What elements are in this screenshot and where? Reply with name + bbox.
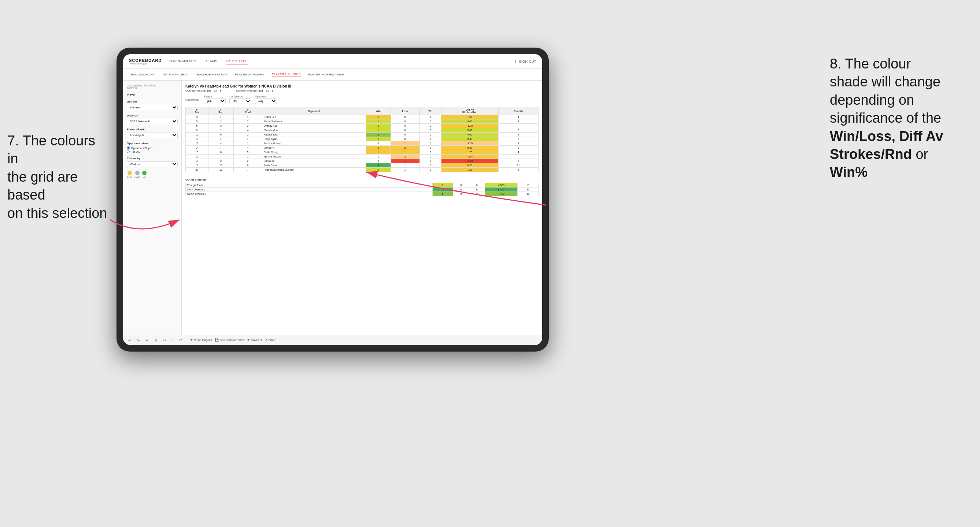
opponents-filter-label: Opponents: xyxy=(185,98,199,101)
table-row: 10 6 3 Andrea York 2 0 0 4.00 4 xyxy=(186,133,539,137)
nav-user-icon: i xyxy=(511,60,512,63)
sidebar-player-rank-label: Player (Rank) xyxy=(127,128,178,131)
colour-dot-yellow xyxy=(127,171,132,175)
sidebar-player-rank-select[interactable]: 8. Katelyn Vo xyxy=(127,133,178,138)
sidebar-radio-opponents-played-input[interactable] xyxy=(127,146,130,149)
filter-region-label: Region xyxy=(204,95,226,98)
sidebar-division-label: Division xyxy=(127,114,178,117)
colour-label-up: Up xyxy=(143,176,146,178)
nav-tournaments[interactable]: TOURNAMENTS xyxy=(169,59,196,65)
th-reg: #Reg xyxy=(208,107,233,115)
colour-item-level: Level xyxy=(134,171,140,178)
toolbar-scissors[interactable]: ✂ xyxy=(162,338,168,343)
toolbar-timer[interactable]: ⏱ xyxy=(178,338,184,343)
table-row: 13 1 1 Heejo Hyun 1 0 0 3.33 3 xyxy=(186,137,539,141)
main-content: Last Updated: 27/03/2024 16:55:38 Player… xyxy=(123,81,542,335)
sidebar-player-rank-section: Player (Rank) 8. Katelyn Vo xyxy=(127,128,178,138)
toolbar-undo[interactable]: ↩ xyxy=(127,338,133,343)
table-row: Foreign Team 1 0 0 4.500 2 xyxy=(186,183,539,187)
toolbar-redo[interactable]: ↪ xyxy=(135,338,142,343)
table-row: 18 2 2 Euna Lee 0 1 0 -5.00 2 xyxy=(186,159,539,163)
toolbar-divider1 xyxy=(187,338,187,343)
sidebar-radio-opponents-played[interactable]: Opponents Played xyxy=(127,146,178,149)
nav-committee[interactable]: COMMITTEE xyxy=(226,59,248,65)
nav-teams[interactable]: TEAMS xyxy=(205,59,218,65)
colour-label-level: Level xyxy=(134,176,140,178)
bottom-toolbar: ↩ ↪ ↩ ⊞ ✂ · ⏱ 👁 View: Original 💾 Save Cu… xyxy=(123,335,542,345)
annotation-left: 7. The colours inthe grid are basedon th… xyxy=(7,132,110,222)
sidebar-gender-label: Gender xyxy=(127,100,178,103)
share-icon: ↗ xyxy=(265,338,267,342)
toolbar-dot[interactable]: · xyxy=(171,338,175,343)
toolbar-save-custom[interactable]: 💾 Save Custom View xyxy=(215,338,244,342)
save-icon: 💾 xyxy=(215,338,219,342)
sidebar-radio-top100-input[interactable] xyxy=(127,150,130,153)
th-diff: Diff AvStrokes/Rnd xyxy=(441,107,498,115)
subnav-player-h2h-grid[interactable]: PLAYER H2H GRID xyxy=(272,72,301,77)
th-loss: Loss xyxy=(391,107,420,115)
content-title: Katelyn Vo Head-to-Head Grid for Women's… xyxy=(185,84,539,88)
division-record: Division Record: 331 - 34 - 6 xyxy=(236,89,273,92)
filter-region: Region (All) xyxy=(204,95,226,104)
sidebar-colour-by-section: Colour by Win/loss Diff Av Strokes/Rnd W… xyxy=(127,157,178,167)
filter-conference: Conference (All) xyxy=(229,95,251,104)
th-win: Win xyxy=(366,107,391,115)
sidebar-division-select[interactable]: NCAA Division III NCAA Division I NCAA D… xyxy=(127,119,178,124)
sidebar-colour-by-label: Colour by xyxy=(127,157,178,160)
sidebar-player-label: Player xyxy=(127,93,178,96)
sidebar-division-section: Division NCAA Division III NCAA Division… xyxy=(127,114,178,124)
table-row: 5 2 2 Alexis Sudjianto 1 0 0 4.00 3 xyxy=(186,119,539,124)
toolbar-grid[interactable]: ⊞ xyxy=(153,338,159,343)
subnav-team-summary[interactable]: TEAM SUMMARY xyxy=(129,72,155,77)
th-div: #Div xyxy=(186,107,208,115)
tablet-frame: SCOREBOARD Powered by clippd TOURNAMENTS… xyxy=(116,48,549,352)
colour-label-down: Down xyxy=(127,176,132,178)
sidebar: Last Updated: 27/03/2024 16:55:38 Player… xyxy=(123,81,182,335)
nav-links: TOURNAMENTS TEAMS COMMITTEE xyxy=(169,59,511,65)
toolbar-back[interactable]: ↩ xyxy=(144,338,150,343)
subnav-team-h2h-grid[interactable]: TEAM H2H GRID xyxy=(162,72,188,77)
colour-legend: Down Level Up xyxy=(127,171,178,178)
logo-sub: Powered by clippd xyxy=(129,63,162,65)
sidebar-player-section: Player xyxy=(127,93,178,96)
table-row: NAIA Division 1 15 0 0 9.267 30 xyxy=(186,187,539,192)
table-row: 6 3 3 Sydney Kuo 1 0 0 -1.00 xyxy=(186,124,539,128)
out-of-division-header: Out of division xyxy=(185,176,539,183)
nav-signout[interactable]: Sign out xyxy=(519,59,536,64)
sidebar-colour-by-select[interactable]: Win/loss Diff Av Strokes/Rnd Win% xyxy=(127,162,178,167)
colour-item-down: Down xyxy=(127,171,132,178)
filters-row: Opponents: Region (All) Conference (All) xyxy=(185,95,539,104)
sidebar-gender-select[interactable]: Women's Men's xyxy=(127,105,178,110)
filter-conference-select[interactable]: (All) xyxy=(229,98,251,104)
table-row: 15 8 5 Stella Cheng 1 1 0 1.25 4 xyxy=(186,150,539,154)
toolbar-share[interactable]: ↗ Share xyxy=(265,338,276,342)
out-of-division-table: Foreign Team 1 0 0 4.500 2 NAIA Division… xyxy=(185,183,539,196)
main-table: #Div #Reg #Conf Opponent Win Loss Tie Di… xyxy=(185,107,539,172)
subnav-player-h2h-heatmap[interactable]: PLAYER H2H HEATMAP xyxy=(308,72,344,77)
sidebar-radio-top100[interactable]: Top 100 xyxy=(127,150,178,153)
sidebar-opponent-view-label: Opponent view xyxy=(127,142,178,145)
filter-opponent-select[interactable]: (All) xyxy=(255,98,277,104)
sidebar-radio-group: Opponents Played Top 100 xyxy=(127,146,178,153)
content-record: Overall Record: 353 - 34 - 6 Division Re… xyxy=(185,89,539,92)
sidebar-opponent-view-section: Opponent view Opponents Played Top 100 xyxy=(127,142,178,153)
logo-text: SCOREBOARD xyxy=(129,58,162,63)
colour-dot-gray xyxy=(135,171,140,175)
th-opponent: Opponent xyxy=(262,107,366,115)
filter-opponent: Opponent (All) xyxy=(255,95,277,104)
subnav-team-h2h-heatmap[interactable]: TEAM H2H HEATMAP xyxy=(195,72,228,77)
toolbar-watch[interactable]: 👁 Watch ▾ xyxy=(247,338,262,342)
annotation-left-text: 7. The colours inthe grid are basedon th… xyxy=(7,132,110,222)
filter-region-select[interactable]: (All) xyxy=(204,98,226,104)
th-tie: Tie xyxy=(420,107,441,115)
table-row: 19 10 6 Emily Chang 4 1 0 0.30 11 xyxy=(186,163,539,168)
sidebar-gender-section: Gender Women's Men's xyxy=(127,100,178,110)
nav-separator: | xyxy=(515,60,516,63)
table-row: 20 11 7 Federica Domecq Lacroze 2 1 0 1.… xyxy=(186,168,539,172)
table-row: 3 1 1 Esther Lee 1 0 1 1.50 4 xyxy=(186,115,539,119)
content-area: Katelyn Vo Head-to-Head Grid for Women's… xyxy=(182,81,542,335)
toolbar-view-original[interactable]: 👁 View: Original xyxy=(190,338,212,342)
annotation-right: 8. The colourshade will changedepending … xyxy=(830,55,969,182)
table-row: 16 7 1 Jessica Mason 1 2 0 -0.94 xyxy=(186,154,539,159)
subnav-player-summary[interactable]: PLAYER SUMMARY xyxy=(235,72,264,77)
